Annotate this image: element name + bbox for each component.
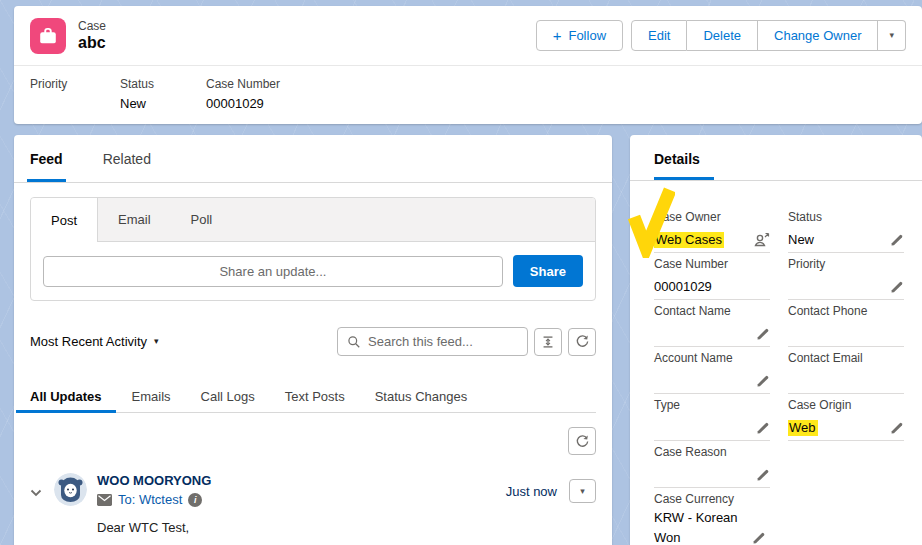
field-label: Type [654,396,770,412]
more-actions-button[interactable]: ▾ [878,20,906,51]
feed-recipient-link[interactable]: To: Wtctest [118,492,182,507]
edit-pencil-icon[interactable] [754,421,770,437]
edit-pencil-icon[interactable] [754,468,770,484]
share-update-input[interactable] [43,256,503,287]
case-reason-value [654,465,754,484]
chatter-publisher: Post Email Poll Share [30,197,596,301]
tab-details[interactable]: Details [654,151,700,167]
publisher-tabs: Post Email Poll [31,198,595,242]
highlights-panel: Priority Status New Case Number 00001029 [14,66,922,111]
contact-name-value [654,324,754,343]
plus-icon: + [553,27,562,44]
field-contact-name: Contact Name [654,302,770,347]
contact-phone-value [788,324,904,343]
change-owner-button[interactable]: Change Owner [758,20,878,51]
share-button[interactable]: Share [513,255,583,287]
refresh-feed-button[interactable] [568,328,596,356]
refresh-icon [575,334,590,349]
field-label: Contact Name [654,302,770,318]
edit-pencil-icon[interactable] [754,327,770,343]
edit-pencil-icon[interactable] [888,233,904,249]
field-case-owner: Case Owner Web Cases [654,208,770,253]
filter-call-logs[interactable]: Call Logs [201,380,255,412]
edit-pencil-icon[interactable] [888,280,904,296]
feed-panel-card: Feed Related Post Email Poll Share Most … [14,135,612,545]
tab-poll[interactable]: Poll [171,198,233,241]
tab-email[interactable]: Email [98,198,171,241]
edit-pencil-icon[interactable] [754,374,770,390]
edit-button[interactable]: Edit [631,20,687,51]
collapse-icon [540,334,556,350]
field-label: Contact Email [788,349,904,365]
priority-value [788,277,888,296]
filter-emails[interactable]: Emails [132,380,171,412]
filter-text-posts[interactable]: Text Posts [285,380,345,412]
field-account-name: Account Name [654,349,770,394]
tab-related[interactable]: Related [103,135,151,182]
astro-avatar-image [54,473,87,506]
search-icon [347,335,361,349]
chevron-down-icon [30,489,42,497]
collapse-item-toggle[interactable] [30,483,46,501]
delete-button[interactable]: Delete [687,20,758,51]
summary-field-case-number: Case Number 00001029 [206,77,280,111]
field-label: Priority [788,255,904,271]
feed-item-menu-button[interactable]: ▾ [569,479,596,503]
field-case-origin: Case Origin Web [788,396,904,441]
feed-search-input[interactable] [368,334,518,349]
field-label: Case Reason [654,443,770,459]
edit-pencil-icon[interactable] [888,421,904,437]
feed-sort-label: Most Recent Activity [30,334,147,349]
summary-label: Case Number [206,77,280,91]
filter-all-updates[interactable]: All Updates [30,380,102,412]
chevron-down-icon: ▾ [154,337,159,346]
feed-timestamp: Just now [506,484,557,499]
edit-pencil-icon[interactable] [750,531,766,545]
field-label: Account Name [654,349,770,365]
follow-button[interactable]: + Follow [536,20,623,51]
tab-post[interactable]: Post [31,198,98,242]
case-origin-value: Web [788,420,818,436]
summary-value: 00001029 [206,96,280,111]
case-number-value: 00001029 [654,277,770,297]
field-label: Contact Phone [788,302,904,318]
feed-author-link[interactable]: WOO MOORYONG [97,473,506,488]
case-header-card: Case abc + Follow Edit Delete Change Own… [14,6,922,124]
page-title: abc [78,34,106,52]
field-contact-email: Contact Email [788,349,904,394]
record-action-group: Edit Delete Change Owner ▾ [631,20,906,51]
field-type: Type [654,396,770,441]
info-icon[interactable]: i [188,493,202,507]
case-owner-value[interactable]: Web Cases [654,232,724,248]
case-icon [30,18,66,54]
field-case-currency: Case Currency KRW - Korean Won [654,490,770,545]
collapse-posts-button[interactable] [534,328,562,356]
field-label: Case Currency [654,490,770,506]
briefcase-icon [37,25,59,47]
field-priority: Priority [788,255,904,300]
entity-label: Case [78,19,106,33]
summary-value: New [120,96,178,111]
summary-field-status: Status New [120,77,178,111]
feed-sort-dropdown[interactable]: Most Recent Activity ▾ [30,334,159,349]
change-owner-icon[interactable] [754,232,770,249]
feed-filter-tabs: All Updates Emails Call Logs Text Posts … [30,380,596,413]
refresh-icon [575,434,590,449]
refresh-list-button[interactable] [568,427,596,455]
feed-search-box [337,327,528,356]
field-case-reason: Case Reason [654,443,770,488]
contact-email-value [788,371,904,390]
avatar[interactable] [54,473,87,506]
tab-feed[interactable]: Feed [30,135,63,182]
account-name-value [654,371,754,390]
filter-status-changes[interactable]: Status Changes [375,380,468,412]
summary-label: Status [120,77,178,91]
field-label: Case Owner [654,208,770,224]
field-case-number: Case Number 00001029 [654,255,770,300]
field-contact-phone: Contact Phone [788,302,904,347]
follow-button-label: Follow [568,28,606,43]
summary-field-priority: Priority [30,77,92,111]
email-icon [97,494,112,506]
feed-item-body: Dear WTC Test, [97,520,612,535]
field-status: Status New [788,208,904,253]
